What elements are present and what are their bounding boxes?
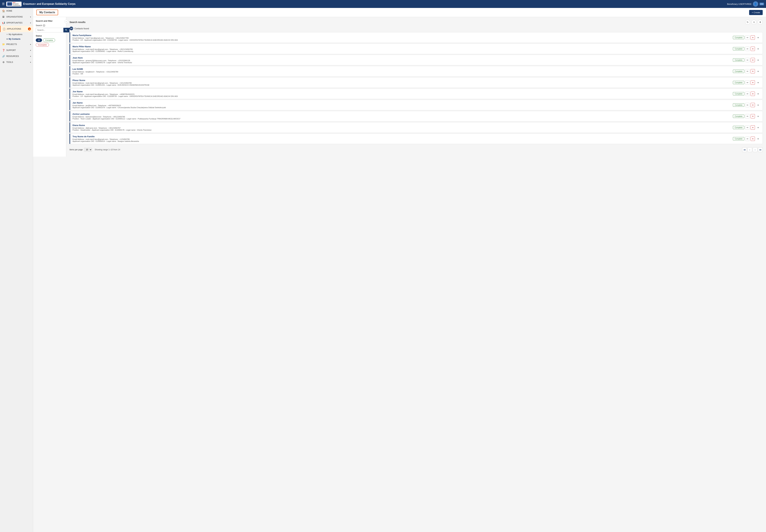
per-page-select[interactable]: 10 25 50: [84, 148, 92, 151]
edit-button[interactable]: ✏: [745, 35, 750, 40]
expand-button[interactable]: ▾: [756, 35, 760, 40]
delete-button[interactable]: ✕: [751, 80, 755, 85]
edit-button[interactable]: ✏: [745, 80, 750, 85]
delete-button[interactable]: ✕: [751, 92, 755, 96]
contact-name: Diana Nume: [72, 124, 733, 127]
sidebar-item-my-contacts[interactable]: My Contacts: [5, 37, 33, 41]
sidebar-item-opportunities[interactable]: 📢 OPPORTUNITIES ▾: [0, 20, 33, 26]
contact-org-detail: Applicant organisation OID : E10001331 -…: [72, 84, 733, 86]
contact-info: Jean Nom Email Address : gmazey2@discove…: [72, 57, 733, 64]
status-badge: Complete: [733, 126, 744, 129]
edit-button[interactable]: ✏: [745, 92, 750, 96]
filter-collapse-button[interactable]: ‹: [64, 20, 68, 23]
menu-icon[interactable]: ☰: [2, 2, 5, 6]
expand-button[interactable]: ▾: [756, 103, 760, 107]
tools-icon: ⚙: [2, 61, 5, 64]
delete-button[interactable]: ✕: [751, 35, 755, 40]
delete-button[interactable]: ✕: [751, 103, 755, 107]
count-badge: 14: [69, 27, 73, 30]
logo-ec-label: EuropeanCommission: [13, 3, 21, 6]
sidebar-item-projects-label: PROJECTS: [6, 43, 17, 45]
edit-button[interactable]: ✏: [745, 114, 750, 118]
sidebar-item-support[interactable]: ❓ SUPPORT ▾: [0, 47, 33, 53]
sidebar-item-home-label: HOME: [6, 10, 12, 12]
my-contacts-label: My Contacts: [9, 38, 20, 40]
filter-title: Search and filter: [36, 20, 63, 22]
page-title: My Contacts: [36, 10, 58, 15]
bullet-icon: [7, 34, 8, 35]
status-filter-complete[interactable]: Complete: [43, 38, 55, 42]
expand-button[interactable]: ▾: [756, 114, 760, 118]
edit-button[interactable]: ✏: [745, 58, 750, 62]
refresh-button[interactable]: ↻: [745, 20, 750, 25]
status-badge: Complete: [733, 103, 744, 107]
results-title: Search results: [69, 21, 86, 23]
results-panel: Search results ↻ ℹ ⬇ 14 Contacts found M…: [66, 17, 766, 157]
edit-button[interactable]: ✏: [745, 103, 750, 107]
chevron-down-icon: ▾: [30, 55, 31, 57]
status-filter-incomplete[interactable]: Incomplete: [36, 43, 49, 47]
contact-org-detail: Position : LR - Applicant organisation O…: [72, 95, 733, 97]
expand-button[interactable]: ▾: [756, 58, 760, 62]
delete-button[interactable]: ✕: [751, 114, 755, 118]
expand-button[interactable]: ▾: [756, 137, 760, 141]
prev-page-button[interactable]: ‹: [747, 147, 752, 152]
contact-actions: Complete ✏ ✕ ▾: [733, 125, 760, 130]
found-count: 14 Contacts found: [69, 27, 763, 30]
download-button[interactable]: ⬇: [758, 20, 763, 25]
delete-button[interactable]: ✕: [751, 125, 755, 130]
delete-button[interactable]: ✕: [751, 137, 755, 141]
last-page-button[interactable]: ⏭: [758, 147, 763, 152]
sidebar-item-home[interactable]: 🏠 HOME: [0, 8, 33, 14]
sidebar-item-projects[interactable]: 📁 PROJECTS ▾: [0, 41, 33, 47]
organisations-icon: 🏛: [2, 16, 5, 18]
contact-card: Jan Name Email Address : jan@test.test -…: [69, 100, 763, 110]
sidebar-item-my-applications[interactable]: My Applications: [5, 32, 33, 37]
contact-info: Zorine Lastname Email Address : lastname…: [72, 113, 733, 120]
flag-stars: ★★★★★★: [8, 3, 11, 5]
sidebar-item-tools[interactable]: ⚙ TOOLS ▾: [0, 59, 33, 65]
expand-button[interactable]: ▾: [756, 80, 760, 85]
sidebar-item-resources[interactable]: 🔗 RESOURCES ▾: [0, 53, 33, 59]
status-filter-all[interactable]: All: [36, 38, 42, 42]
create-button[interactable]: + Create: [749, 10, 763, 15]
opportunities-icon: 📢: [2, 21, 5, 24]
delete-button[interactable]: ✕: [751, 69, 755, 73]
contact-email-phone: Email Address : mob.train3.ben@gmail.com…: [72, 138, 733, 140]
contact-actions: Complete ✏ ✕ ▾: [733, 103, 760, 107]
contact-org-detail: Applicant organisation OID : E10000178 -…: [72, 62, 733, 64]
contact-email-phone: Email Address : mob.train5.ben@gmail.com…: [72, 48, 733, 50]
expand-button[interactable]: ▾: [756, 47, 760, 51]
applications-submenu: My Applications My Contacts: [0, 32, 33, 41]
user-avatar[interactable]: 👤: [753, 1, 758, 7]
language-badge[interactable]: EN: [760, 3, 764, 5]
contact-actions: Complete ✏ ✕ ▾: [733, 69, 760, 73]
resources-icon: 🔗: [2, 55, 5, 58]
info-button[interactable]: ℹ: [751, 20, 756, 25]
contact-actions: Complete ✏ ✕ ▾: [733, 47, 760, 51]
info-icon[interactable]: ?: [43, 24, 45, 27]
contact-card: Marie Pfifer-Name Email Address : mob.tr…: [69, 43, 763, 54]
status-label: Status: [36, 35, 63, 37]
edit-button[interactable]: ✏: [745, 125, 750, 130]
search-input[interactable]: [36, 28, 63, 32]
delete-button[interactable]: ✕: [751, 47, 755, 51]
edit-button[interactable]: ✏: [745, 137, 750, 141]
results-tools: ↻ ℹ ⬇: [745, 20, 763, 25]
status-badge: Complete: [733, 58, 744, 62]
support-icon: ❓: [2, 49, 5, 52]
edit-button[interactable]: ✏: [745, 69, 750, 73]
delete-button[interactable]: ✕: [751, 58, 755, 62]
logo: ★★★★★★ TEST EuropeanCommission: [6, 2, 22, 6]
first-page-button[interactable]: ⏮: [742, 147, 747, 152]
search-button[interactable]: 🔍: [63, 28, 69, 32]
sidebar-item-applications[interactable]: 📋 APPLICATIONS ▲: [0, 26, 33, 32]
status-filter-group: All Complete Incomplete: [36, 38, 63, 47]
sidebar-item-organisations[interactable]: 🏛 ORGANISATIONS ▾: [0, 14, 33, 20]
expand-button[interactable]: ▾: [756, 125, 760, 130]
expand-button[interactable]: ▾: [756, 69, 760, 73]
expand-button[interactable]: ▾: [756, 92, 760, 96]
edit-button[interactable]: ✏: [745, 47, 750, 51]
contact-info: Phour Nume Email Address : mob.train4.be…: [72, 79, 733, 86]
next-page-button[interactable]: ›: [753, 147, 757, 152]
